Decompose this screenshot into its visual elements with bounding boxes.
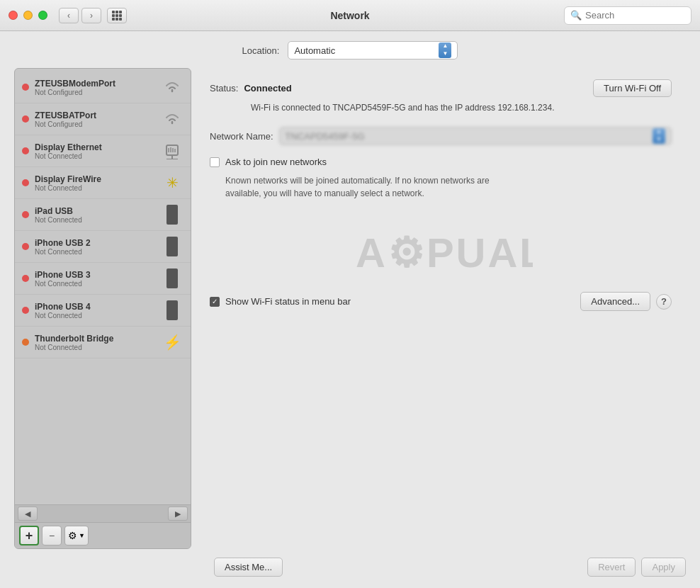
item-name-1: ZTEUSBModemPort <box>35 79 155 89</box>
search-bar[interactable]: 🔍 <box>564 6 691 25</box>
item-name-7: iPhone USB 3 <box>35 270 155 280</box>
item-name-4: Display FireWire <box>35 174 155 184</box>
item-name-5: iPad USB <box>35 206 155 216</box>
item-name-3: Display Ethernet <box>35 142 155 152</box>
sidebar-item-9[interactable]: Thunderbolt Bridge Not Connected ⚡ <box>15 327 191 358</box>
main-content: Location: Automatic ▲ ▼ ZTEUSBModemPort … <box>0 31 700 588</box>
svg-rect-2 <box>119 11 122 13</box>
status-label: Status: <box>210 83 238 94</box>
assist-me-button[interactable]: Assist Me... <box>214 558 283 577</box>
sidebar-item-4[interactable]: Display FireWire Not Connected ✳ <box>15 167 191 199</box>
gear-icon: ⚙ <box>68 530 77 541</box>
wifi-icon-1 <box>161 76 184 98</box>
status-dot-4 <box>22 179 29 186</box>
thunderbolt-icon-9: ⚡ <box>161 331 184 354</box>
maximize-button[interactable] <box>38 11 47 20</box>
titlebar: ‹ › Network 🔍 <box>0 0 700 31</box>
svg-rect-0 <box>112 11 115 13</box>
detail-panel: Status: Connected Turn Wi-Fi Off Wi-Fi i… <box>203 68 686 549</box>
status-dot-6 <box>22 243 29 250</box>
status-dot-3 <box>22 147 29 154</box>
location-row: Location: Automatic ▲ ▼ <box>0 31 700 68</box>
advanced-button[interactable]: Advanced... <box>580 292 650 311</box>
bottom-bar: Assist Me... Revert Apply <box>0 549 700 588</box>
usb-icon-5 <box>161 203 184 226</box>
back-button[interactable]: ‹ <box>59 8 79 23</box>
item-name-6: iPhone USB 2 <box>35 238 155 248</box>
sidebar: ZTEUSBModemPort Not Configured <box>14 68 191 549</box>
sidebar-toolbar: + − ⚙ ▼ Select the '+' button <box>15 522 191 548</box>
network-name-arrows-icon: ▲ ▼ <box>653 128 665 144</box>
sidebar-item-8[interactable]: iPhone USB 4 Not Connected <box>15 295 191 327</box>
sidebar-item-3[interactable]: Display Ethernet Not Connected <box>15 135 191 167</box>
network-name-row: Network Name: TNCAPD5459F-5G ▲ ▼ <box>210 127 672 145</box>
ask-join-checkbox[interactable] <box>210 157 220 167</box>
sidebar-item-5[interactable]: iPad USB Not Connected <box>15 199 191 231</box>
item-status-1: Not Configured <box>35 89 155 96</box>
wifi-icon-2 <box>161 108 184 130</box>
svg-rect-6 <box>112 18 115 21</box>
status-value: Connected <box>244 83 291 94</box>
svg-rect-7 <box>115 18 118 21</box>
usb-icon-7 <box>161 267 184 290</box>
watermark: A⚙PUALS <box>210 221 672 278</box>
svg-text:A⚙PUALS: A⚙PUALS <box>356 230 533 276</box>
status-dot-8 <box>22 307 29 314</box>
status-row: Status: Connected Turn Wi-Fi Off <box>210 79 672 97</box>
apps-grid-button[interactable] <box>107 8 127 23</box>
revert-button[interactable]: Revert <box>587 558 636 577</box>
firewire-icon-4: ✳ <box>161 171 184 194</box>
status-dot-1 <box>22 84 29 91</box>
remove-network-button[interactable]: − <box>42 526 62 545</box>
forward-button[interactable]: › <box>81 8 101 23</box>
ethernet-icon-3 <box>161 140 184 162</box>
sidebar-item-7[interactable]: iPhone USB 3 Not Connected <box>15 263 191 295</box>
sidebar-item-6[interactable]: iPhone USB 2 Not Connected <box>15 231 191 263</box>
search-input[interactable] <box>585 10 685 21</box>
item-status-9: Not Connected <box>35 344 155 351</box>
sidebar-item-2[interactable]: ZTEUSBATPort Not Configured <box>15 103 191 135</box>
item-status-6: Not Connected <box>35 248 155 256</box>
show-wifi-label: Show Wi-Fi status in menu bar <box>225 296 351 307</box>
status-dot-7 <box>22 275 29 282</box>
gear-menu-button[interactable]: ⚙ ▼ <box>64 526 89 545</box>
body-area: ZTEUSBModemPort Not Configured <box>0 68 700 549</box>
known-networks-text: Known networks will be joined automatica… <box>225 174 523 200</box>
turn-wifi-button[interactable]: Turn Wi-Fi Off <box>593 79 672 97</box>
svg-rect-1 <box>115 11 118 13</box>
close-button[interactable] <box>9 11 18 20</box>
status-dot-5 <box>22 211 29 218</box>
status-description: Wi-Fi is connected to TNCAPD5459F-5G and… <box>251 101 672 114</box>
ask-join-row: Ask to join new networks <box>210 157 672 167</box>
item-status-2: Not Configured <box>35 120 155 128</box>
sidebar-scroll-arrows: ◀ ▶ <box>15 504 191 522</box>
nav-buttons: ‹ › <box>59 8 101 23</box>
item-status-8: Not Connected <box>35 312 155 320</box>
location-arrows-icon: ▲ ▼ <box>439 43 451 58</box>
apply-button[interactable]: Apply <box>641 558 686 577</box>
network-name-select[interactable]: TNCAPD5459F-5G ▲ ▼ <box>279 127 672 145</box>
traffic-lights <box>9 11 47 20</box>
add-network-button[interactable]: + <box>19 526 39 545</box>
sidebar-item-1[interactable]: ZTEUSBModemPort Not Configured <box>15 72 191 103</box>
show-wifi-row: ✓ Show Wi-Fi status in menu bar Advanced… <box>210 292 672 311</box>
network-name-value: TNCAPD5459F-5G <box>286 131 650 142</box>
svg-rect-5 <box>119 14 122 17</box>
item-name-9: Thunderbolt Bridge <box>35 334 155 344</box>
network-name-label: Network Name: <box>210 131 273 142</box>
scroll-up-button[interactable]: ◀ <box>18 507 38 521</box>
location-select[interactable]: Automatic ▲ ▼ <box>288 41 458 60</box>
minimize-button[interactable] <box>23 11 33 20</box>
svg-rect-4 <box>115 14 118 17</box>
window-title: Network <box>330 10 369 21</box>
location-label: Location: <box>242 45 280 56</box>
show-wifi-checkbox[interactable]: ✓ <box>210 297 220 307</box>
item-status-3: Not Connected <box>35 152 155 160</box>
item-status-7: Not Connected <box>35 280 155 288</box>
scroll-down-button[interactable]: ▶ <box>168 507 188 521</box>
help-button[interactable]: ? <box>656 294 672 310</box>
item-name-2: ZTEUSBATPort <box>35 111 155 120</box>
search-icon: 🔍 <box>570 10 582 21</box>
svg-rect-3 <box>112 14 115 17</box>
item-status-4: Not Connected <box>35 184 155 192</box>
